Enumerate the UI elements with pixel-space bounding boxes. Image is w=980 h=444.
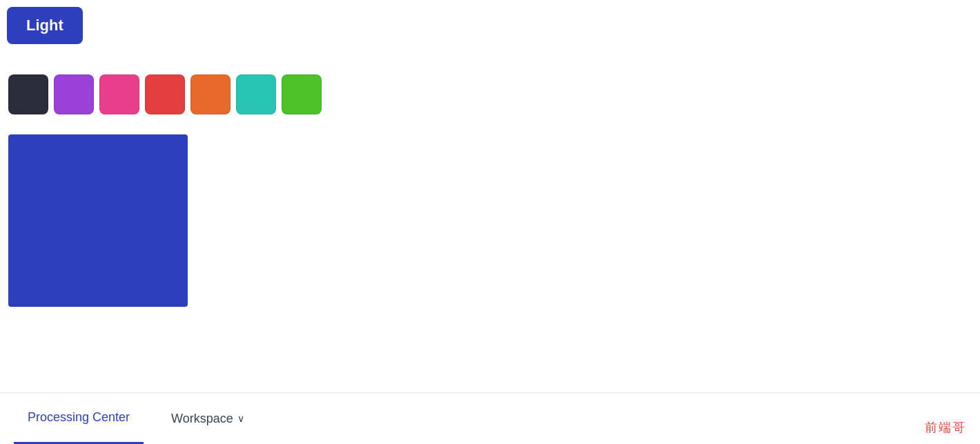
- nav-workspace-label: Workspace: [171, 412, 233, 426]
- page-container: Light Processing Center Workspace ∨ 前端哥: [0, 0, 980, 444]
- swatch-purple[interactable]: [54, 74, 94, 114]
- swatch-dark-gray[interactable]: [8, 74, 48, 114]
- nav-processing-label: Processing Center: [28, 410, 130, 425]
- color-swatches-row: [8, 74, 322, 114]
- swatch-orange[interactable]: [190, 74, 231, 114]
- bottom-nav: Processing Center Workspace ∨: [0, 392, 980, 444]
- watermark-text: 前端哥: [925, 419, 966, 436]
- chevron-down-icon: ∨: [237, 413, 244, 424]
- swatch-green[interactable]: [282, 74, 322, 114]
- swatch-teal[interactable]: [236, 74, 276, 114]
- light-button[interactable]: Light: [7, 7, 83, 44]
- nav-item-workspace[interactable]: Workspace ∨: [157, 393, 258, 444]
- swatch-pink[interactable]: [99, 74, 139, 114]
- nav-item-processing-center[interactable]: Processing Center: [14, 393, 144, 444]
- swatch-red[interactable]: [145, 74, 185, 114]
- blue-preview-square: [8, 134, 188, 307]
